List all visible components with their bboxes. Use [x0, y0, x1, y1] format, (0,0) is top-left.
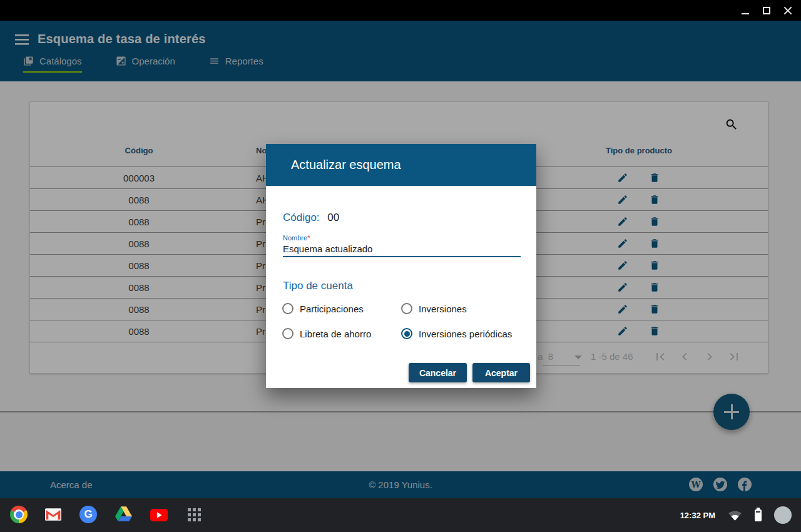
- wifi-icon: [728, 509, 742, 521]
- window-controls: [741, 0, 792, 21]
- radio-icon: [401, 303, 412, 314]
- status-tray[interactable]: 12:32 PM: [680, 498, 792, 532]
- avatar: [774, 506, 792, 524]
- drive-icon[interactable]: [115, 506, 132, 521]
- radio-label: Inversiones: [419, 304, 467, 314]
- radio-label: Inversiones periódicas: [419, 329, 512, 339]
- cancel-button[interactable]: Cancelar: [409, 363, 467, 382]
- google-icon[interactable]: G: [79, 506, 97, 523]
- dialog-title: Actualizar esquema: [266, 144, 536, 186]
- battery-icon: [755, 509, 762, 521]
- screen: Esquema de tasa de interés Catálogos Ope…: [0, 0, 801, 532]
- radio-checked-icon: [401, 328, 412, 339]
- radio-label: Participaciones: [300, 304, 364, 314]
- codigo-row: Código: 00: [283, 212, 339, 224]
- update-scheme-dialog: Actualizar esquema Código: 00 Nombre* Ti…: [266, 144, 536, 388]
- codigo-label: Código:: [283, 212, 320, 223]
- nombre-input[interactable]: [283, 241, 521, 257]
- minimize-icon[interactable]: [741, 6, 750, 15]
- chrome-icon[interactable]: [10, 506, 28, 523]
- taskbar-shelf: G 12:32 PM: [0, 498, 801, 532]
- clock: 12:32 PM: [680, 511, 715, 520]
- accept-button[interactable]: Aceptar: [472, 363, 530, 382]
- app-page: Esquema de tasa de interés Catálogos Ope…: [0, 21, 801, 498]
- maximize-icon[interactable]: [762, 6, 771, 15]
- gmail-icon[interactable]: [45, 508, 61, 521]
- close-icon[interactable]: [783, 6, 792, 15]
- radio-libreta-de-ahorro[interactable]: Libreta de ahorro: [282, 327, 371, 340]
- radio-label: Libreta de ahorro: [300, 329, 371, 339]
- radio-icon: [282, 328, 293, 339]
- radio-icon: [282, 303, 293, 314]
- app-launcher-icon[interactable]: [188, 508, 201, 521]
- window-titlebar: [0, 0, 801, 21]
- tipo-cuenta-label: Tipo de cuenta: [283, 280, 353, 292]
- radio-inversiones-periodicas[interactable]: Inversiones periódicas: [401, 327, 512, 340]
- dialog-header: Actualizar esquema: [266, 144, 536, 186]
- radio-inversiones[interactable]: Inversiones: [401, 302, 467, 315]
- codigo-value: 00: [327, 212, 339, 223]
- youtube-icon[interactable]: [150, 509, 168, 521]
- radio-participaciones[interactable]: Participaciones: [282, 302, 364, 315]
